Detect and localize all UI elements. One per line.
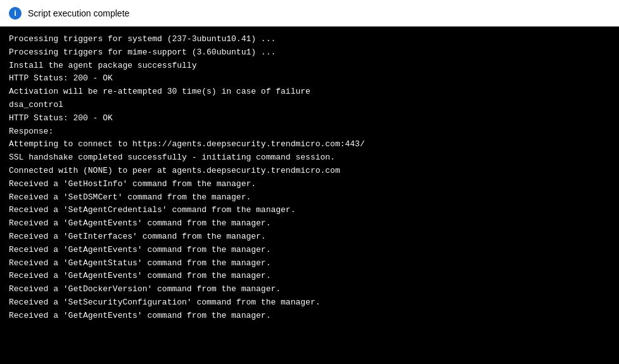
terminal-line: Attempting to connect to https://agents.… — [9, 138, 610, 151]
terminal-line: Processing triggers for mime-support (3.… — [9, 46, 610, 60]
terminal-line: SSL handshake completed successfully - i… — [9, 151, 610, 165]
terminal-area: Processing triggers for systemd (237-3ub… — [0, 27, 619, 364]
terminal-line: Received a 'GetHostInfo' command from th… — [9, 178, 610, 191]
header-title: Script execution complete — [28, 8, 129, 18]
terminal-line: Processing triggers for systemd (237-3ub… — [9, 33, 610, 46]
terminal-line: Received a 'GetAgentEvents' command from… — [9, 270, 610, 283]
terminal-line: Received a 'GetInterfaces' command from … — [9, 230, 610, 244]
terminal-line: Received a 'SetSecurityConfiguration' co… — [9, 296, 610, 310]
terminal-line: Received a 'GetAgentEvents' command from… — [9, 217, 610, 230]
terminal-line: Activation will be re-attempted 30 time(… — [9, 85, 610, 99]
terminal-lines-container: Processing triggers for systemd (237-3ub… — [9, 33, 610, 323]
terminal-line: Received a 'GetDockerVersion' command fr… — [9, 283, 610, 296]
terminal-line: Received a 'SetAgentCredentials' command… — [9, 204, 610, 217]
terminal-line: Connected with (NONE) to peer at agents.… — [9, 165, 610, 178]
terminal-line: Received a 'GetAgentEvents' command from… — [9, 244, 610, 257]
terminal-line: Received a 'GetAgentStatus' command from… — [9, 257, 610, 270]
info-icon: i — [9, 7, 22, 20]
header-bar: i Script execution complete — [0, 0, 619, 27]
terminal-line: Install the agent package successfully — [9, 60, 610, 73]
terminal-line: HTTP Status: 200 - OK — [9, 72, 610, 85]
terminal-line: Received a 'GetAgentEvents' command from… — [9, 310, 610, 323]
terminal-line: HTTP Status: 200 - OK — [9, 112, 610, 125]
terminal-line: Response: — [9, 125, 610, 139]
terminal-line: dsa_control — [9, 99, 610, 112]
terminal-line: Received a 'SetDSMCert' command from the… — [9, 191, 610, 204]
